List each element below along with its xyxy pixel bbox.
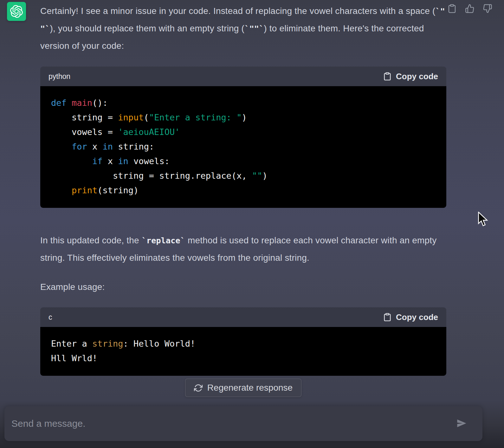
clipboard-icon: [447, 4, 457, 13]
copy-code-label: Copy code: [396, 312, 438, 322]
copy-code-button[interactable]: Copy code: [383, 312, 438, 322]
code-line: def main():: [51, 96, 436, 110]
message-content: Certainly! I see a minor issue in your c…: [40, 0, 446, 397]
code-content: Enter a string: Hello World!Hll Wrld!: [40, 327, 446, 376]
copy-code-button[interactable]: Copy code: [383, 72, 438, 81]
code-content: def main(): string = input("Enter a stri…: [40, 86, 446, 208]
message-actions: [447, 4, 493, 14]
code-line: for x in string:: [51, 139, 436, 154]
message-input[interactable]: Send a message.: [4, 406, 482, 441]
regenerate-label: Regenerate response: [207, 383, 293, 393]
openai-logo-icon: [10, 5, 23, 18]
code-line: Enter a string: Hello World!: [51, 336, 436, 351]
thumbs-down-button[interactable]: [482, 4, 493, 14]
copy-code-label: Copy code: [396, 72, 438, 81]
thumbs-up-icon: [465, 4, 475, 13]
paragraph: Example usage:: [40, 278, 446, 296]
paragraph-text: ), you should replace them with an empty…: [50, 23, 245, 33]
clipboard-icon: [383, 313, 392, 322]
send-button[interactable]: [456, 419, 467, 429]
assistant-avatar: [7, 2, 26, 21]
code-line: vowels = 'aeiouAEIOU': [51, 125, 436, 139]
code-block-python: python Copy code def main(): string = in…: [40, 67, 446, 208]
inline-code: `""`: [244, 24, 264, 33]
paragraph: In this updated code, the `replace` meth…: [40, 232, 446, 266]
thumbs-down-icon: [483, 4, 492, 13]
code-language-label: python: [48, 72, 70, 81]
thumbs-up-button[interactable]: [465, 4, 475, 14]
paragraph-text: Example usage:: [40, 282, 105, 292]
code-line: Hll Wrld!: [51, 351, 436, 366]
paragraph: Certainly! I see a minor issue in your c…: [40, 3, 446, 54]
copy-message-button[interactable]: [447, 4, 457, 14]
regenerate-row: Regenerate response: [40, 379, 446, 397]
paragraph-text: Certainly! I see a minor issue in your c…: [40, 6, 436, 16]
input-placeholder: Send a message.: [11, 418, 85, 429]
code-line: string = string.replace(x, ""): [51, 169, 436, 183]
regenerate-icon: [194, 384, 203, 392]
code-block-header: c Copy code: [40, 307, 446, 327]
code-language-label: c: [48, 313, 52, 322]
send-icon: [457, 419, 466, 428]
code-line: if x in vowels:: [51, 154, 436, 169]
code-line: string = input("Enter a string: "): [51, 110, 436, 125]
code-line: print(string): [51, 183, 436, 198]
code-block-output: c Copy code Enter a string: Hello World!…: [40, 307, 446, 376]
composer: Send a message.: [0, 400, 504, 448]
code-block-header: python Copy code: [40, 67, 446, 86]
inline-code: `replace`: [142, 236, 185, 245]
clipboard-icon: [383, 72, 392, 81]
regenerate-response-button[interactable]: Regenerate response: [185, 379, 301, 397]
assistant-message: Certainly! I see a minor issue in your c…: [0, 0, 504, 400]
paragraph-text: In this updated code, the: [40, 235, 142, 245]
